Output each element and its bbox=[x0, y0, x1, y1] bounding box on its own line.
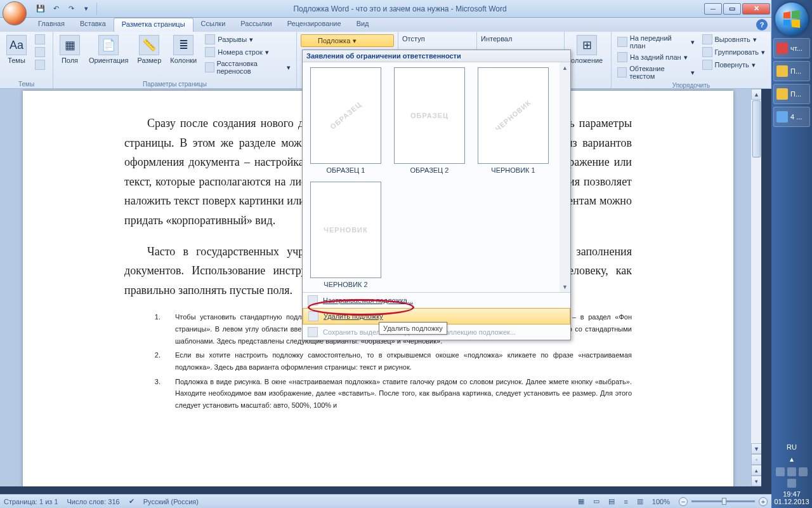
hyphenation-button[interactable]: Расстановка переносов ▾ bbox=[203, 59, 292, 76]
themes-button[interactable]: Aa Темы bbox=[4, 34, 29, 65]
size-button[interactable]: 📏Размер bbox=[134, 34, 164, 65]
align-button[interactable]: Выровнять ▾ bbox=[700, 34, 768, 45]
gallery-scroll-down-icon[interactable]: ▼ bbox=[560, 281, 570, 292]
next-page-icon[interactable]: ▾ bbox=[751, 476, 761, 486]
rotate-icon bbox=[702, 60, 712, 70]
scroll-up-icon[interactable]: ▲ bbox=[751, 89, 761, 100]
tab-home[interactable]: Главная bbox=[30, 18, 72, 32]
start-button[interactable] bbox=[775, 3, 808, 36]
indent-heading: Отступ bbox=[402, 34, 425, 44]
line-numbers-button[interactable]: Номера строк ▾ bbox=[203, 46, 292, 58]
status-language[interactable]: Русский (Россия) bbox=[143, 498, 199, 505]
group-themes: Aa Темы Темы bbox=[0, 32, 53, 88]
breaks-button[interactable]: Разрывы ▾ bbox=[203, 34, 292, 45]
taskbar-item[interactable]: П... bbox=[773, 61, 810, 81]
tray-icon[interactable] bbox=[787, 467, 796, 476]
tab-page-layout[interactable]: Разметка страницы bbox=[114, 18, 193, 32]
prev-page-icon[interactable]: ▴ bbox=[751, 465, 761, 476]
vertical-scrollbar[interactable]: ▲ ▼ ◦ ▴ ▾ bbox=[750, 89, 761, 486]
qat-dropdown-icon[interactable]: ▾ bbox=[80, 3, 93, 15]
status-word-count[interactable]: Число слов: 316 bbox=[67, 498, 120, 505]
breaks-label: Разрывы bbox=[218, 36, 247, 43]
taskbar-item[interactable]: 4 ... bbox=[773, 107, 810, 127]
zoom-slider[interactable]: − + bbox=[679, 497, 768, 506]
gallery-grid: ОБРАЗЕЦ ОБРАЗЕЦ 1 ОБРАЗЕЦ ОБРАЗЕЦ 2 ЧЕРН… bbox=[303, 62, 570, 292]
gallery-scroll-up-icon[interactable]: ▲ bbox=[560, 62, 570, 73]
theme-fonts-button[interactable] bbox=[33, 46, 47, 58]
lang-indicator[interactable]: RU bbox=[774, 443, 809, 451]
tab-mailings[interactable]: Рассылки bbox=[233, 18, 279, 32]
zoom-handle[interactable] bbox=[722, 498, 726, 505]
watermark-item-sample2[interactable]: ОБРАЗЕЦ ОБРАЗЕЦ 2 bbox=[391, 67, 468, 174]
watermark-icon bbox=[305, 36, 315, 46]
scroll-down-icon[interactable]: ▼ bbox=[751, 443, 761, 454]
scroll-thumb[interactable] bbox=[752, 100, 761, 157]
watermark-item-sample1[interactable]: ОБРАЗЕЦ ОБРАЗЕЦ 1 bbox=[308, 67, 384, 174]
bring-front-button[interactable]: На передний план ▾ bbox=[615, 34, 697, 50]
themes-label: Темы bbox=[8, 57, 25, 64]
margins-icon: ▦ bbox=[60, 35, 80, 55]
custom-watermark-label: Настраиваемая подложка... bbox=[323, 297, 413, 304]
position-button[interactable]: ⊞оложение bbox=[568, 34, 605, 65]
orientation-button[interactable]: 📄Ориентация bbox=[86, 34, 131, 65]
text-wrap-button[interactable]: Обтекание текстом ▾ bbox=[615, 64, 697, 81]
taskbar-item[interactable]: чт... bbox=[773, 38, 810, 58]
save-icon[interactable]: 💾 bbox=[34, 3, 47, 15]
watermark-button[interactable]: Подложка ▾ bbox=[301, 34, 394, 47]
watermark-item-draft2[interactable]: ЧЕРНОВИК ЧЕРНОВИК 2 bbox=[308, 182, 384, 288]
tooltip: Удалить подложку bbox=[379, 322, 447, 335]
zoom-track[interactable] bbox=[691, 500, 755, 502]
spellcheck-icon[interactable]: ✔ bbox=[129, 497, 134, 505]
watermark-thumb: ЧЕРНОВИК bbox=[310, 182, 381, 278]
send-back-button[interactable]: На задний план ▾ bbox=[615, 51, 697, 63]
gallery-scrollbar[interactable]: ▲ ▼ bbox=[560, 62, 570, 292]
taskbar-item[interactable]: П... bbox=[773, 84, 810, 104]
save-selection-icon bbox=[308, 327, 318, 337]
clock-time[interactable]: 19:47 bbox=[774, 490, 809, 498]
tab-insert[interactable]: Вставка bbox=[72, 18, 114, 32]
tab-view[interactable]: Вид bbox=[349, 18, 377, 32]
maximize-button[interactable]: ▭ bbox=[723, 3, 741, 15]
group-arrange: На передний план ▾ На задний план ▾ Обте… bbox=[612, 32, 771, 88]
zoom-out-icon[interactable]: − bbox=[679, 497, 688, 506]
volume-icon[interactable] bbox=[787, 479, 796, 488]
redo-icon[interactable]: ↷ bbox=[65, 3, 77, 15]
windows-taskbar: чт... П... П... 4 ... RU ▴ 19:47 01.12.2… bbox=[771, 0, 812, 508]
view-full-screen-icon[interactable]: ▭ bbox=[593, 497, 599, 505]
watermark-item-draft1[interactable]: ЧЕРНОВИК ЧЕРНОВИК 1 bbox=[475, 67, 551, 174]
margins-button[interactable]: ▦Поля bbox=[57, 34, 82, 65]
group-button[interactable]: Группировать ▾ bbox=[700, 46, 768, 58]
network-icon[interactable] bbox=[799, 467, 808, 476]
tab-review[interactable]: Рецензирование bbox=[280, 18, 349, 32]
view-web-icon[interactable]: ▤ bbox=[608, 497, 615, 505]
columns-button[interactable]: ≣Колонки bbox=[167, 34, 199, 65]
close-button[interactable]: ✕ bbox=[742, 3, 770, 15]
watermark-gallery: Заявления об ограничении ответственности… bbox=[302, 50, 571, 340]
watermark-thumb: ОБРАЗЕЦ bbox=[310, 67, 381, 164]
remove-watermark-icon bbox=[308, 311, 318, 321]
view-print-layout-icon[interactable]: ▦ bbox=[578, 497, 584, 505]
view-draft-icon[interactable]: ▥ bbox=[637, 497, 643, 505]
spacing-heading: Интервал bbox=[481, 34, 512, 44]
undo-icon[interactable]: ↶ bbox=[49, 3, 62, 15]
align-label: Выровнять bbox=[715, 36, 750, 43]
taskbar-label: чт... bbox=[790, 44, 802, 52]
tray-icon[interactable] bbox=[776, 467, 785, 476]
tab-references[interactable]: Ссылки bbox=[193, 18, 233, 32]
office-button[interactable] bbox=[3, 1, 27, 25]
zoom-level[interactable]: 100% bbox=[652, 498, 670, 505]
theme-colors-button[interactable] bbox=[33, 34, 47, 45]
tray-expand-icon[interactable]: ▴ bbox=[774, 455, 809, 464]
browse-object-icon[interactable]: ◦ bbox=[751, 454, 761, 465]
minimize-button[interactable]: ─ bbox=[704, 3, 722, 15]
help-icon[interactable]: ? bbox=[756, 19, 768, 30]
bring-front-label: На передний план bbox=[630, 34, 688, 50]
zoom-in-icon[interactable]: + bbox=[759, 497, 768, 506]
columns-label: Колонки bbox=[170, 57, 197, 64]
custom-watermark-item[interactable]: Настраиваемая подложка... bbox=[303, 293, 570, 308]
rotate-button[interactable]: Повернуть ▾ bbox=[700, 59, 768, 70]
clock-date[interactable]: 01.12.2013 bbox=[774, 498, 809, 505]
status-page[interactable]: Страница: 1 из 1 bbox=[4, 498, 58, 505]
view-outline-icon[interactable]: ≡ bbox=[624, 498, 627, 505]
theme-effects-button[interactable] bbox=[33, 59, 47, 70]
